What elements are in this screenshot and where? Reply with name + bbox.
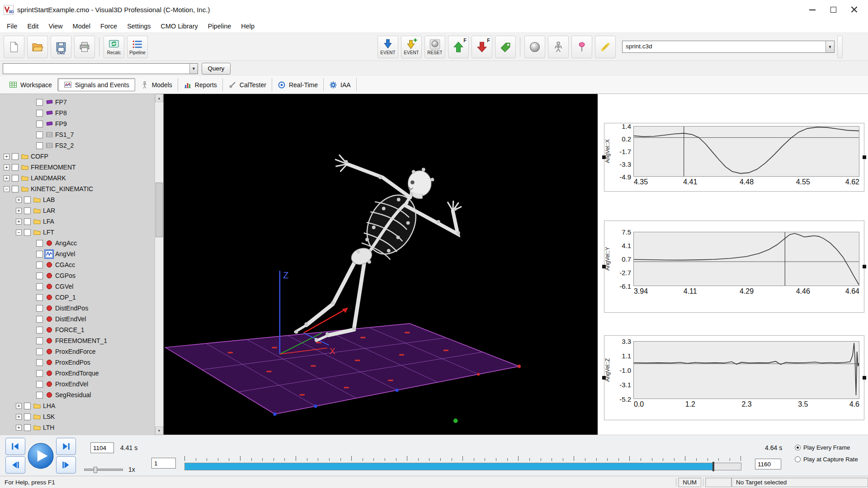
tree-item-proxendtorque[interactable]: ProxEndTorque bbox=[0, 368, 155, 379]
tree-item-cgpos[interactable]: CGPos bbox=[0, 270, 155, 281]
tree-item-lsk[interactable]: +LSK bbox=[0, 411, 155, 422]
tree-item-distendvel[interactable]: DistEndVel bbox=[0, 314, 155, 324]
expand-toggle-icon[interactable]: + bbox=[4, 164, 9, 170]
checkbox[interactable] bbox=[24, 424, 31, 431]
tree-item-proxendvel[interactable]: ProxEndVel bbox=[0, 379, 155, 389]
tab-caltester[interactable]: CalTester bbox=[223, 78, 272, 91]
tree-item-force-1[interactable]: FORCE_1 bbox=[0, 324, 155, 335]
tab-signals-and-events[interactable]: Signals and Events bbox=[58, 78, 135, 91]
chart-resize-handle[interactable] bbox=[863, 376, 866, 380]
tree-item-landmark[interactable]: +LANDMARK bbox=[0, 173, 155, 183]
timeline-slider[interactable] bbox=[184, 463, 741, 470]
checkbox[interactable] bbox=[36, 381, 43, 388]
chart-card-2[interactable]: AngVel::Y7.54.10.7-2.7-6.13.944.114.294.… bbox=[604, 221, 864, 313]
speed-slider-thumb[interactable] bbox=[94, 467, 97, 473]
radio-play-at-capture-rate[interactable]: Play at Capture Rate bbox=[795, 456, 858, 463]
force-up-button[interactable]: F bbox=[448, 36, 469, 58]
checkbox[interactable] bbox=[36, 359, 43, 366]
print-button[interactable] bbox=[74, 36, 95, 58]
tree-item-lab[interactable]: +LAB bbox=[0, 194, 155, 205]
minimize-button[interactable] bbox=[802, 2, 823, 18]
tree-item-lft[interactable]: −LFT bbox=[0, 227, 155, 238]
play-button[interactable] bbox=[27, 438, 55, 474]
checkbox[interactable] bbox=[36, 110, 43, 117]
tree-item-segresidual[interactable]: SegResidual bbox=[0, 389, 155, 400]
frame-step-input[interactable] bbox=[151, 458, 176, 469]
chart-resize-handle[interactable] bbox=[863, 155, 866, 159]
tree-item-cgvel[interactable]: CGVel bbox=[0, 281, 155, 292]
collapse-toggle-icon[interactable]: − bbox=[4, 186, 9, 192]
menu-pipeline[interactable]: Pipeline bbox=[203, 21, 236, 32]
marker-button[interactable] bbox=[571, 36, 592, 58]
maximize-button[interactable] bbox=[823, 2, 844, 18]
checkbox[interactable] bbox=[24, 403, 31, 409]
query-button[interactable]: Query bbox=[202, 63, 231, 75]
menu-force[interactable]: Force bbox=[95, 21, 122, 32]
tab-workspace[interactable]: Workspace bbox=[4, 78, 58, 91]
skip-to-start-button[interactable] bbox=[5, 438, 25, 455]
checkbox[interactable] bbox=[24, 207, 31, 214]
checkbox[interactable] bbox=[12, 175, 19, 182]
chart-resize-handle[interactable] bbox=[602, 155, 606, 159]
checkbox[interactable] bbox=[36, 305, 43, 312]
timeline-thumb[interactable] bbox=[712, 462, 714, 471]
chart-card-3[interactable]: AngVel::Z3.31.1-1.0-3.1-5.20.01.22.33.54… bbox=[604, 335, 864, 420]
tree-item-fp8[interactable]: FP8 bbox=[0, 108, 155, 118]
chart-plot-area[interactable] bbox=[633, 126, 859, 177]
checkbox[interactable] bbox=[36, 392, 43, 399]
menu-file[interactable]: File bbox=[2, 21, 22, 32]
tab-reports[interactable]: Reports bbox=[178, 78, 223, 91]
close-button[interactable] bbox=[844, 2, 864, 18]
tree-item-fs2-2[interactable]: FS2_2 bbox=[0, 140, 155, 151]
tree-item-freemoment[interactable]: +FREEMOMENT bbox=[0, 162, 155, 173]
checkbox[interactable] bbox=[36, 327, 43, 333]
tree-item-angvel[interactable]: AngVel bbox=[0, 249, 155, 259]
step-forward-button[interactable] bbox=[56, 456, 76, 474]
radio-play-every-frame[interactable]: Play Every Frame bbox=[795, 444, 858, 451]
force-down-button[interactable]: F bbox=[472, 36, 492, 58]
checkbox[interactable] bbox=[36, 121, 43, 127]
expand-toggle-icon[interactable]: + bbox=[16, 425, 22, 431]
checkbox[interactable] bbox=[36, 99, 43, 106]
tree-item-kinetic-kinematic[interactable]: −KINETIC_KINEMATIC bbox=[0, 183, 155, 194]
chart-card-1[interactable]: AngVel::X1.40.2-1.7-3.3-4.94.354.414.484… bbox=[604, 123, 864, 192]
menu-cmo-library[interactable]: CMO Library bbox=[156, 21, 203, 32]
tree-item-lha[interactable]: +LHA bbox=[0, 400, 155, 411]
tree-item-lth[interactable]: +LTH bbox=[0, 422, 155, 433]
pipeline-button[interactable]: Pipeline bbox=[127, 36, 148, 58]
scroll-down-icon[interactable]: ▼ bbox=[155, 427, 163, 435]
checkbox[interactable] bbox=[12, 164, 19, 171]
menu-settings[interactable]: Settings bbox=[122, 21, 156, 32]
collapse-toggle-icon[interactable]: − bbox=[16, 230, 22, 235]
checkbox[interactable] bbox=[36, 251, 43, 258]
checkbox[interactable] bbox=[36, 370, 43, 377]
bone-button[interactable] bbox=[595, 36, 616, 58]
query-combobox[interactable]: ▼ bbox=[3, 63, 198, 74]
checkbox[interactable] bbox=[36, 142, 43, 149]
checkbox[interactable] bbox=[36, 348, 43, 355]
step-back-button[interactable] bbox=[5, 456, 25, 474]
tree-item-cop-1[interactable]: COP_1 bbox=[0, 292, 155, 303]
chart-resize-handle[interactable] bbox=[602, 265, 606, 268]
scrollbar-thumb[interactable] bbox=[156, 183, 163, 237]
tree-item-proxendforce[interactable]: ProxEndForce bbox=[0, 346, 155, 357]
checkbox[interactable] bbox=[24, 218, 31, 225]
checkbox[interactable] bbox=[36, 283, 43, 290]
viewport-3d[interactable]: Z X bbox=[164, 94, 598, 435]
tree-item-fp7[interactable]: FP7 bbox=[0, 97, 155, 108]
tree-scrollbar[interactable]: ▲ ▼ bbox=[155, 94, 163, 435]
checkbox[interactable] bbox=[36, 316, 43, 323]
dropdown-arrow-icon[interactable]: ▼ bbox=[189, 64, 198, 74]
tree-item-angacc[interactable]: AngAcc bbox=[0, 238, 155, 249]
add-event-button[interactable]: EVENT bbox=[401, 36, 422, 58]
skip-to-end-button[interactable] bbox=[56, 438, 76, 455]
tree-item-lar[interactable]: +LAR bbox=[0, 205, 155, 216]
checkbox[interactable] bbox=[12, 186, 19, 192]
chart-resize-handle[interactable] bbox=[602, 376, 606, 380]
chart-plot-area[interactable] bbox=[633, 341, 859, 399]
file-combobox[interactable]: sprint.c3d ▼ bbox=[622, 41, 835, 53]
tree-item-proxendpos[interactable]: ProxEndPos bbox=[0, 357, 155, 368]
query-input[interactable] bbox=[3, 64, 189, 74]
tree-item-fp9[interactable]: FP9 bbox=[0, 118, 155, 129]
recalc-button[interactable]: Recalc bbox=[104, 36, 124, 58]
